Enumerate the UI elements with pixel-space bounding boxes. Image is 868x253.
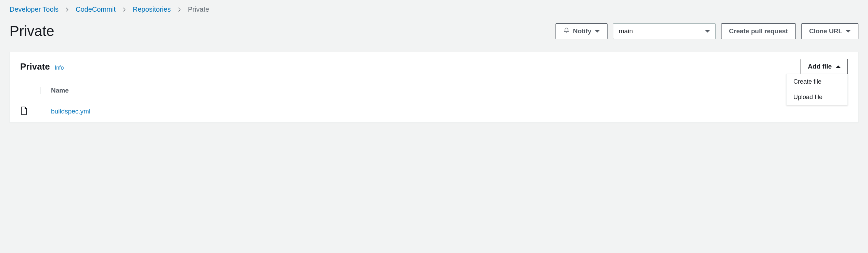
file-icon — [20, 106, 28, 116]
create-pull-request-button[interactable]: Create pull request — [721, 23, 796, 39]
caret-down-icon — [705, 30, 710, 33]
branch-select-value: main — [619, 27, 633, 35]
clone-url-button[interactable]: Clone URL — [801, 23, 858, 39]
bell-icon — [563, 27, 570, 35]
info-link[interactable]: Info — [55, 65, 64, 71]
caret-up-icon — [836, 65, 841, 68]
page-title: Private — [10, 23, 54, 39]
chevron-right-icon — [122, 7, 127, 12]
breadcrumb: Developer Tools CodeCommit Repositories … — [10, 5, 858, 13]
notify-label: Notify — [573, 27, 591, 35]
caret-down-icon — [595, 30, 600, 33]
add-file-button[interactable]: Add file — [801, 59, 848, 74]
dropdown-item-create-file[interactable]: Create file — [787, 74, 847, 89]
notify-button[interactable]: Notify — [556, 23, 608, 39]
files-panel: Private Info Add file Create file Upload… — [10, 52, 858, 123]
caret-down-icon — [846, 30, 851, 33]
add-file-dropdown: Create file Upload file — [786, 74, 848, 105]
breadcrumb-link-devtools[interactable]: Developer Tools — [10, 5, 59, 13]
column-header-name: Name — [41, 87, 69, 94]
table-header: Name — [10, 81, 858, 100]
chevron-right-icon — [177, 7, 182, 12]
breadcrumb-current: Private — [188, 5, 209, 13]
branch-select[interactable]: main — [613, 23, 716, 39]
add-file-label: Add file — [808, 63, 832, 70]
create-pr-label: Create pull request — [729, 27, 788, 35]
dropdown-item-upload-file[interactable]: Upload file — [787, 89, 847, 105]
table-row: buildspec.yml — [10, 100, 858, 122]
file-link[interactable]: buildspec.yml — [51, 108, 90, 115]
panel-title: Private — [20, 61, 50, 72]
clone-url-label: Clone URL — [809, 27, 842, 35]
breadcrumb-link-codecommit[interactable]: CodeCommit — [76, 5, 116, 13]
header-actions: Notify main Create pull request Clone UR… — [556, 23, 858, 39]
chevron-right-icon — [65, 7, 69, 12]
breadcrumb-link-repositories[interactable]: Repositories — [133, 5, 171, 13]
